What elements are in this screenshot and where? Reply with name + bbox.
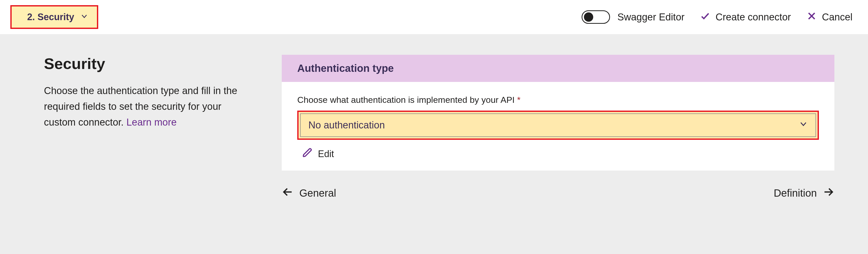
- chevron-down-icon: [81, 12, 88, 23]
- pencil-icon: [303, 148, 313, 160]
- chevron-down-icon: [799, 120, 808, 131]
- auth-type-select[interactable]: No authentication: [300, 114, 816, 137]
- swagger-label: Swagger Editor: [617, 12, 684, 23]
- arrow-left-icon: [282, 186, 293, 200]
- close-icon: [806, 11, 817, 24]
- step-label: 2. Security: [27, 12, 74, 23]
- nav-prev[interactable]: General: [282, 186, 336, 200]
- auth-type-value: No authentication: [308, 120, 385, 131]
- card-header: Authentication type: [282, 55, 834, 82]
- toggle-knob: [584, 12, 593, 22]
- card-body: Choose what authentication is implemente…: [282, 82, 834, 170]
- arrow-right-icon: [823, 186, 834, 200]
- step-dropdown[interactable]: 2. Security: [10, 5, 98, 29]
- field-label-text: Choose what authentication is implemente…: [297, 95, 515, 105]
- nav-next-label: Definition: [774, 187, 817, 199]
- page-description: Choose the authentication type and fill …: [44, 83, 246, 130]
- nav-prev-label: General: [299, 187, 336, 199]
- create-connector-label: Create connector: [715, 12, 791, 23]
- create-connector-button[interactable]: Create connector: [700, 11, 791, 24]
- check-icon: [700, 11, 710, 24]
- left-column: Security Choose the authentication type …: [44, 55, 246, 130]
- required-asterisk: *: [517, 95, 521, 105]
- edit-label: Edit: [318, 149, 334, 159]
- main-area: Security Choose the authentication type …: [0, 34, 868, 254]
- learn-more-link[interactable]: Learn more: [126, 117, 177, 128]
- swagger-toggle-group: Swagger Editor: [582, 10, 684, 24]
- auth-type-select-highlight: No authentication: [297, 110, 819, 140]
- page-heading: Security: [44, 55, 246, 73]
- edit-button[interactable]: Edit: [297, 148, 819, 160]
- topbar-actions: Swagger Editor Create connector Cancel: [582, 10, 852, 24]
- step-nav: General Definition: [282, 186, 834, 200]
- auth-card: Authentication type Choose what authenti…: [282, 55, 834, 170]
- right-column: Authentication type Choose what authenti…: [282, 55, 834, 200]
- topbar: 2. Security Swagger Editor Create connec…: [0, 0, 868, 34]
- swagger-toggle[interactable]: [582, 10, 610, 24]
- field-label: Choose what authentication is implemente…: [297, 95, 819, 105]
- cancel-label: Cancel: [822, 12, 852, 23]
- nav-next[interactable]: Definition: [774, 186, 834, 200]
- cancel-button[interactable]: Cancel: [806, 11, 852, 24]
